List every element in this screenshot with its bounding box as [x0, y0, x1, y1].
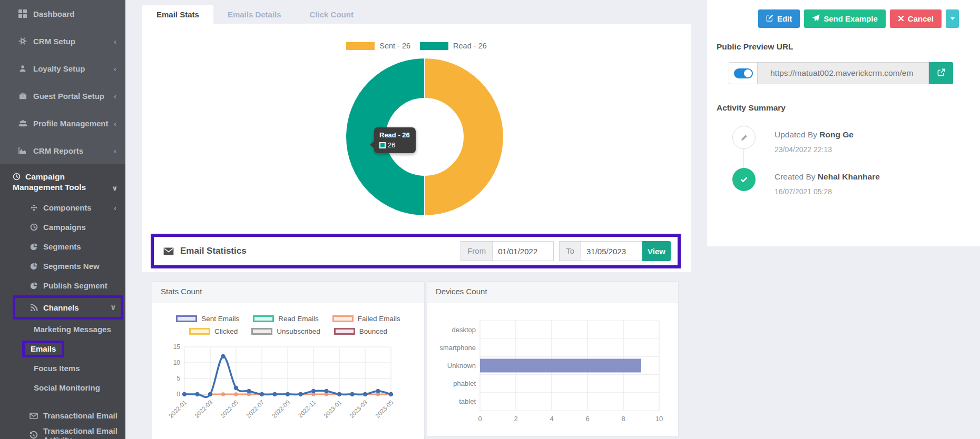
- chevron-left-icon: ‹: [114, 146, 116, 155]
- legend-item-unsubscribed[interactable]: Unsubscribed: [251, 327, 320, 335]
- y-axis-label: 10: [173, 359, 181, 366]
- legend-row: ClickedUnsubscribedBounced: [152, 327, 424, 335]
- edit-label: Edit: [777, 14, 792, 23]
- x-axis-label: 2: [514, 415, 517, 423]
- edit-button[interactable]: Edit: [758, 9, 800, 28]
- pie-icon: [30, 262, 38, 270]
- activity-action: Created By: [775, 172, 816, 181]
- sidebar-item-transactional-email[interactable]: Transactional Email: [0, 406, 125, 425]
- sidebar-item-label: Emails: [22, 341, 64, 357]
- legend-swatch: [346, 42, 375, 50]
- email-stats-panel: Sent - 26Read - 26 Read - 26 26 Email St…: [142, 24, 691, 272]
- view-button[interactable]: View: [642, 241, 671, 261]
- legend-item-sent-emails[interactable]: Sent Emails: [176, 315, 239, 323]
- devices-count-panel: Devices Count 0246810desktopsmartphoneUn…: [427, 281, 679, 437]
- legend-item-read-26[interactable]: Read - 26: [420, 42, 487, 50]
- more-options-button[interactable]: [946, 9, 959, 28]
- legend-item-clicked[interactable]: Clicked: [189, 327, 238, 335]
- paper-plane-icon: [812, 14, 820, 24]
- activity-entry-created: Created By Nehal Khanhare: [775, 172, 880, 182]
- sidebar-item-label: CRM Setup: [33, 37, 75, 46]
- sidebar-item-crm-reports[interactable]: CRM Reports‹: [0, 137, 125, 164]
- tab-emails-details[interactable]: Emails Details: [213, 5, 296, 24]
- sidebar-item-label: Dashboard: [33, 9, 74, 18]
- data-point: [247, 389, 251, 393]
- legend-swatch: [334, 328, 355, 335]
- chevron-left-icon: ‹: [114, 37, 116, 46]
- donut-legend: Sent - 26Read - 26: [142, 42, 691, 50]
- tab-click-count[interactable]: Click Count: [296, 5, 368, 24]
- send-example-button[interactable]: Send Example: [804, 9, 886, 28]
- legend-item-bounced[interactable]: Bounced: [334, 327, 387, 335]
- sidebar-item-emails[interactable]: Emails: [0, 339, 125, 358]
- sidebar-item-components[interactable]: Components‹: [0, 198, 125, 217]
- tab-bar: Email Stats Emails Details Click Count: [142, 5, 368, 24]
- envelope-icon: [30, 412, 38, 420]
- sidebar-item-segments-new[interactable]: Segments New: [0, 256, 125, 276]
- sidebar-item-social-monitoring[interactable]: Social Monitoring: [0, 378, 125, 397]
- app-screen: DashboardCRM Setup‹Loyalty Setup‹Guest P…: [0, 0, 980, 439]
- tab-email-stats[interactable]: Email Stats: [142, 5, 213, 24]
- data-point: [286, 392, 290, 396]
- sidebar-item-guest-portal-setup[interactable]: Guest Portal Setup‹: [0, 82, 125, 109]
- chevron-left-icon: ‹: [114, 119, 116, 128]
- to-date-input[interactable]: [581, 241, 642, 261]
- sidebar-item-publish-segment[interactable]: Publish Segment: [0, 276, 125, 295]
- sidebar-item-focus-items[interactable]: Focus Items: [0, 358, 125, 378]
- sidebar-top-menu: DashboardCRM Setup‹Loyalty Setup‹Guest P…: [0, 0, 125, 164]
- sidebar-item-channels[interactable]: Channels∨: [13, 295, 123, 320]
- sidebar-item-label: Transactional Email Activity: [43, 426, 125, 439]
- sidebar-item-campaigns[interactable]: Campaigns: [0, 217, 125, 237]
- data-point: [195, 392, 199, 396]
- x-axis-label: 2023-05: [374, 399, 394, 419]
- data-point: [350, 392, 354, 396]
- legend-item-read-emails[interactable]: Read Emails: [253, 315, 319, 323]
- edit-icon: [766, 14, 773, 23]
- data-point: [221, 392, 226, 396]
- send-example-label: Send Example: [824, 14, 878, 23]
- open-link-button[interactable]: [929, 62, 953, 84]
- preview-url-input[interactable]: [757, 62, 929, 84]
- timeline-connector: [743, 149, 744, 168]
- legend-item-sent-26[interactable]: Sent - 26: [346, 42, 410, 50]
- chevron-down-icon: ∨: [112, 183, 117, 194]
- legend-label: Read Emails: [278, 315, 319, 323]
- sidebar-item-profile-management[interactable]: Profile Management‹: [0, 109, 125, 137]
- x-axis-label: 8: [621, 415, 625, 423]
- gear-icon: [18, 37, 27, 45]
- chart-icon: [18, 146, 27, 155]
- activity-name: Rong Ge: [819, 130, 854, 139]
- activity-date-created: 16/07/2021 05:28: [775, 187, 832, 196]
- chevron-left-icon: ‹: [114, 203, 116, 212]
- sidebar-item-crm-setup[interactable]: CRM Setup‹: [0, 27, 125, 55]
- sidebar-item-label: CRM Reports: [33, 146, 83, 155]
- sidebar-item-label: Focus Items: [34, 364, 80, 373]
- users-icon: [18, 119, 27, 128]
- sidebar-item-marketing-messages[interactable]: Marketing Messages: [0, 320, 125, 339]
- x-axis-label: 0: [478, 415, 482, 423]
- email-statistics-title: Email Statistics: [180, 246, 247, 256]
- data-point: [311, 389, 316, 393]
- toggle-track: [734, 68, 753, 78]
- category-label: Unknown: [447, 362, 476, 370]
- preview-toggle[interactable]: [729, 62, 757, 84]
- chevron-down-icon: ∨: [110, 303, 116, 312]
- legend-swatch: [251, 328, 272, 335]
- sidebar-item-dashboard[interactable]: Dashboard: [0, 0, 125, 27]
- sidebar-item-transactional-email-activity[interactable]: Transactional Email Activity: [0, 425, 125, 439]
- sidebar-item-campaign-management-tools[interactable]: Campaign Management Tools ∨: [0, 164, 125, 198]
- tooltip-value: 26: [388, 141, 395, 149]
- activity-date-updated: 23/04/2022 22:13: [775, 145, 832, 154]
- cancel-button[interactable]: Cancel: [890, 9, 942, 28]
- legend-label: Read - 26: [453, 42, 487, 50]
- user-icon: [18, 65, 27, 72]
- sidebar-item-segments[interactable]: Segments: [0, 237, 125, 256]
- stats-legend: Sent EmailsRead EmailsFailed EmailsClick…: [152, 315, 424, 335]
- x-axis-label: 2022-03: [193, 399, 213, 419]
- from-date-input[interactable]: [493, 241, 554, 261]
- sidebar-item-loyalty-setup[interactable]: Loyalty Setup‹: [0, 55, 125, 82]
- legend-item-failed-emails[interactable]: Failed Emails: [332, 315, 400, 323]
- puzzle-icon: [30, 204, 38, 212]
- x-axis-label: 6: [585, 415, 589, 423]
- data-point: [234, 392, 238, 396]
